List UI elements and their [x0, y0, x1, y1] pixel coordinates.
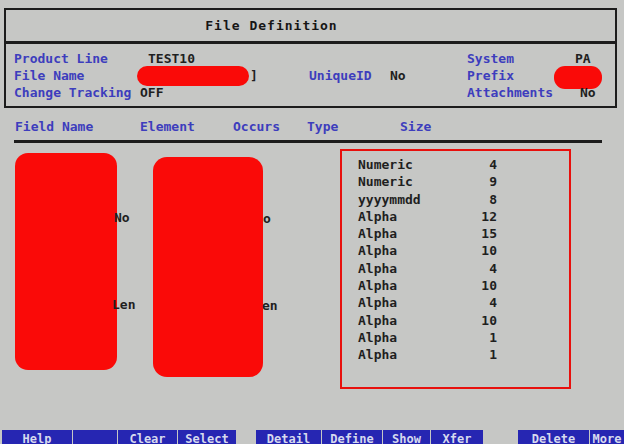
- fkey-clear[interactable]: Clear: [118, 430, 177, 444]
- row-type: Numeric: [358, 156, 413, 173]
- row-size: 4: [489, 156, 497, 173]
- row-size: 1: [489, 346, 497, 363]
- file-name-cursor-bracket: ]: [250, 69, 258, 83]
- row-type: Alpha: [358, 225, 397, 242]
- file-definition-screen: File Definition Product Line TEST10 Syst…: [0, 0, 624, 444]
- column-header-type: Type: [307, 120, 338, 134]
- attachments-value[interactable]: No: [580, 86, 596, 100]
- system-label: System: [467, 52, 514, 66]
- row-size: 15: [481, 225, 497, 242]
- row-size: 10: [481, 312, 497, 329]
- table-row[interactable]: Alpha10: [358, 277, 497, 294]
- row-type: Alpha: [358, 260, 397, 277]
- table-row[interactable]: Alpha10: [358, 242, 497, 259]
- table-row[interactable]: yyyymmdd8: [358, 191, 497, 208]
- fkey-define[interactable]: Define: [322, 430, 382, 444]
- element-column-redaction: [153, 157, 263, 377]
- row-size: 8: [489, 191, 497, 208]
- row-type: Alpha: [358, 329, 397, 346]
- table-row[interactable]: Alpha10: [358, 312, 497, 329]
- table-row[interactable]: Alpha15: [358, 225, 497, 242]
- field-rows: Numeric4 Numeric9 yyyymmdd8 Alpha12 Alph…: [358, 156, 497, 364]
- row-type: Alpha: [358, 294, 397, 311]
- row-size: 10: [481, 242, 497, 259]
- row-type: Alpha: [358, 277, 397, 294]
- field-name-column-redaction: [15, 153, 117, 370]
- uniqueid-value[interactable]: No: [390, 69, 406, 83]
- fkey-help[interactable]: Help: [2, 430, 72, 444]
- fkey-delete[interactable]: Delete: [518, 430, 589, 444]
- file-name-redaction: [137, 66, 249, 86]
- column-header-field-name: Field Name: [15, 120, 93, 134]
- change-tracking-value[interactable]: OFF: [140, 86, 163, 100]
- file-name-label: File Name: [14, 69, 84, 83]
- row-type: Alpha: [358, 208, 397, 225]
- fkey-more[interactable]: More: [590, 430, 624, 444]
- row-type: Alpha: [358, 312, 397, 329]
- row-type: Alpha: [358, 346, 397, 363]
- fkey-xfer[interactable]: Xfer: [431, 430, 483, 444]
- table-row[interactable]: Alpha4: [358, 294, 497, 311]
- row-size: 9: [489, 173, 497, 190]
- column-header-divider: [14, 140, 602, 143]
- row-size: 1: [489, 329, 497, 346]
- fkey-select[interactable]: Select: [178, 430, 236, 444]
- stray-text-en: en: [262, 299, 278, 313]
- fkey-detail[interactable]: Detail: [256, 430, 321, 444]
- row-type: yyyymmdd: [358, 191, 421, 208]
- row-size: 12: [481, 208, 497, 225]
- system-value[interactable]: PA: [575, 52, 591, 66]
- stray-text-no: No: [114, 211, 130, 225]
- table-row[interactable]: Numeric4: [358, 156, 497, 173]
- row-type: Alpha: [358, 242, 397, 259]
- change-tracking-label: Change Tracking: [14, 86, 131, 100]
- page-title: File Definition: [6, 10, 615, 44]
- column-header-occurs: Occurs: [233, 120, 280, 134]
- stray-text-o: o: [263, 212, 271, 226]
- attachments-label: Attachments: [467, 86, 553, 100]
- table-row[interactable]: Alpha1: [358, 346, 497, 363]
- column-header-element: Element: [140, 120, 195, 134]
- fkey-show[interactable]: Show: [383, 430, 430, 444]
- table-row[interactable]: Alpha4: [358, 260, 497, 277]
- row-size: 4: [489, 260, 497, 277]
- column-header-size: Size: [400, 120, 431, 134]
- table-row[interactable]: Alpha1: [358, 329, 497, 346]
- product-line-label: Product Line: [14, 52, 108, 66]
- table-row[interactable]: Numeric9: [358, 173, 497, 190]
- row-type: Numeric: [358, 173, 413, 190]
- prefix-label: Prefix: [467, 69, 514, 83]
- product-line-value[interactable]: TEST10: [148, 52, 195, 66]
- row-size: 10: [481, 277, 497, 294]
- table-row[interactable]: Alpha12: [358, 208, 497, 225]
- fkey-blank[interactable]: [73, 430, 117, 444]
- uniqueid-label: UniqueID: [309, 69, 372, 83]
- row-size: 4: [489, 294, 497, 311]
- stray-text-len: Len: [112, 298, 135, 312]
